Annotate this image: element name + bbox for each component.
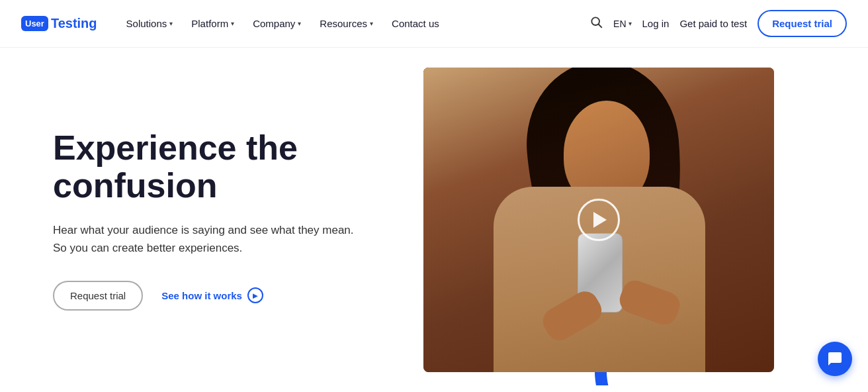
nav-links: Solutions ▾ Platform ▾ Company ▾ Resourc… <box>118 13 590 34</box>
chat-widget[interactable] <box>818 342 852 376</box>
nav-item-contact[interactable]: Contact us <box>384 13 447 34</box>
nav-right: EN ▾ Log in Get paid to test Request tri… <box>589 10 847 37</box>
see-how-it-works-link[interactable]: See how it works ► <box>161 287 263 303</box>
chevron-down-icon: ▾ <box>169 20 173 27</box>
svg-line-1 <box>599 24 602 28</box>
nav-item-company[interactable]: Company ▾ <box>245 13 309 34</box>
hero-actions: Request trial See how it works ► <box>53 281 397 311</box>
logo[interactable]: User Testing <box>21 16 97 31</box>
logo-text: Testing <box>51 16 97 31</box>
chevron-down-icon: ▾ <box>231 20 234 27</box>
chevron-down-icon: ▾ <box>370 20 373 27</box>
hero-image <box>423 68 774 372</box>
nav-item-resources[interactable]: Resources ▾ <box>312 13 381 34</box>
chat-icon <box>827 351 843 367</box>
search-icon[interactable] <box>589 15 603 32</box>
navbar: User Testing Solutions ▾ Platform ▾ Comp… <box>0 0 868 48</box>
hero-section: Experience the confusion Hear what your … <box>0 48 868 392</box>
circle-arrow-icon: ► <box>247 287 263 303</box>
get-paid-link[interactable]: Get paid to test <box>679 18 747 29</box>
login-link[interactable]: Log in <box>642 18 670 29</box>
nav-item-platform[interactable]: Platform ▾ <box>183 13 242 34</box>
request-trial-button-hero[interactable]: Request trial <box>53 281 143 311</box>
chevron-down-icon: ▾ <box>629 20 632 27</box>
play-icon <box>593 212 607 228</box>
hero-title: Experience the confusion <box>53 129 397 205</box>
hero-subtitle: Hear what your audience is saying and se… <box>53 221 370 257</box>
hero-content: Experience the confusion Hear what your … <box>53 129 423 311</box>
request-trial-button-nav[interactable]: Request trial <box>758 10 847 37</box>
chevron-down-icon: ▾ <box>298 20 301 27</box>
logo-box: User <box>21 16 48 31</box>
nav-item-solutions[interactable]: Solutions ▾ <box>118 13 181 34</box>
language-selector[interactable]: EN ▾ <box>613 19 631 29</box>
play-button[interactable] <box>578 199 620 241</box>
hero-image-wrapper <box>423 68 774 372</box>
